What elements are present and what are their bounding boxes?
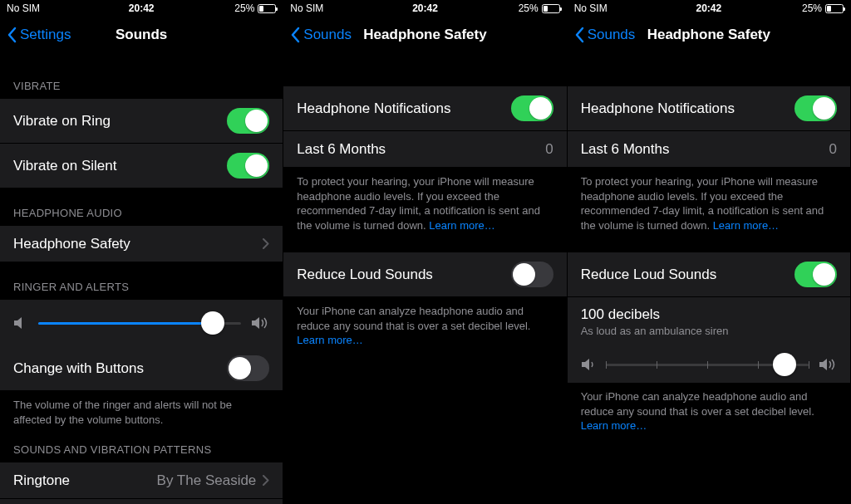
back-button[interactable]: Sounds (290, 27, 352, 43)
section-vibrate: VIBRATE (0, 53, 283, 99)
ringer-footer: The volume of the ringer and alerts will… (0, 391, 283, 433)
toggle-reduce-loud-sounds[interactable] (794, 262, 837, 287)
volume-low-icon (13, 316, 28, 330)
screen-headphone-safety-on: No SIM 20:42 25% Sounds Headphone Safety… (568, 0, 851, 504)
row-last-6-months[interactable]: Last 6 Months 0 (283, 131, 566, 168)
volume-low-icon (581, 358, 596, 371)
chevron-left-icon (574, 27, 584, 43)
toggle-change-buttons[interactable] (227, 355, 269, 381)
reduce-footer: Your iPhone can analyze headphone audio … (568, 383, 850, 440)
back-button[interactable]: Sounds (574, 27, 636, 43)
toggle-reduce-loud-sounds[interactable] (511, 262, 553, 287)
back-button[interactable]: Settings (7, 27, 71, 43)
row-headphone-notifications[interactable]: Headphone Notifications (283, 86, 566, 131)
row-vibrate-silent[interactable]: Vibrate on Silent (0, 144, 283, 188)
battery-icon (825, 4, 844, 13)
chevron-left-icon (7, 27, 17, 43)
battery-icon (258, 4, 276, 13)
protect-footer: To protect your hearing, your iPhone wil… (568, 168, 850, 239)
toggle-vibrate-silent[interactable] (227, 153, 269, 179)
volume-high-icon (819, 358, 837, 371)
ringer-slider[interactable] (38, 311, 241, 335)
chevron-left-icon (290, 27, 300, 43)
screen-sounds: No SIM 20:42 25% Settings Sounds VIBRATE… (0, 0, 283, 504)
row-vibrate-ring[interactable]: Vibrate on Ring (0, 99, 283, 144)
ringer-slider-row (0, 300, 283, 346)
learn-more-link[interactable]: Learn more… (581, 419, 647, 432)
row-ringtone[interactable]: Ringtone By The Seaside (0, 462, 283, 499)
status-bar: No SIM 20:42 25% (0, 0, 283, 17)
section-headphone-audio: HEADPHONE AUDIO (0, 188, 283, 226)
row-change-buttons[interactable]: Change with Buttons (0, 346, 283, 391)
row-text-tone[interactable]: Text Tone Note (0, 499, 283, 504)
nav-bar: Sounds Headphone Safety (568, 17, 850, 53)
nav-bar: Sounds Headphone Safety (283, 17, 566, 53)
row-headphone-notifications[interactable]: Headphone Notifications (568, 86, 850, 131)
status-time: 20:42 (283, 2, 566, 14)
decibel-slider[interactable] (606, 364, 809, 366)
toggle-headphone-notifications[interactable] (794, 95, 837, 121)
decibel-slider-row (568, 346, 850, 383)
status-bar: No SIM 20:42 25% (568, 0, 850, 17)
learn-more-link[interactable]: Learn more… (713, 219, 779, 232)
section-patterns: SOUNDS AND VIBRATION PATTERNS (0, 433, 283, 462)
row-decibel-level: 100 decibels As loud as an ambulance sir… (568, 297, 850, 346)
row-reduce-loud-sounds[interactable]: Reduce Loud Sounds (568, 252, 850, 297)
row-reduce-loud-sounds[interactable]: Reduce Loud Sounds (283, 252, 566, 297)
row-last-6-months[interactable]: Last 6 Months 0 (568, 131, 850, 168)
chevron-right-icon (263, 238, 269, 249)
reduce-footer: Your iPhone can analyze headphone audio … (283, 297, 566, 355)
row-headphone-safety[interactable]: Headphone Safety (0, 226, 283, 262)
screen-headphone-safety-off: No SIM 20:42 25% Sounds Headphone Safety… (283, 0, 567, 504)
status-bar: No SIM 20:42 25% (283, 0, 566, 17)
volume-high-icon (251, 316, 269, 330)
section-ringer: RINGER AND ALERTS (0, 262, 283, 300)
nav-bar: Settings Sounds (0, 17, 283, 53)
status-time: 20:42 (0, 2, 283, 14)
toggle-vibrate-ring[interactable] (227, 108, 269, 134)
toggle-headphone-notifications[interactable] (511, 95, 553, 121)
protect-footer: To protect your hearing, your iPhone wil… (283, 168, 566, 239)
chevron-right-icon (263, 475, 269, 486)
status-time: 20:42 (568, 2, 850, 14)
learn-more-link[interactable]: Learn more… (297, 334, 362, 346)
battery-icon (542, 4, 560, 13)
learn-more-link[interactable]: Learn more… (429, 219, 494, 232)
